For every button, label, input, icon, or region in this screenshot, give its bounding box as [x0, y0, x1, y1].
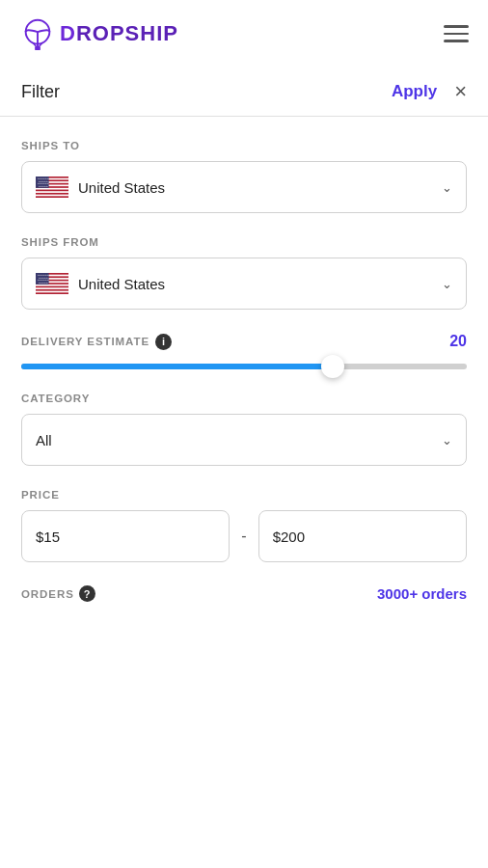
filter-title: Filter — [21, 82, 60, 102]
ships-from-value: United States — [78, 276, 442, 292]
delivery-label: DELIVERY ESTIMATE — [21, 336, 149, 347]
delivery-slider-fill — [21, 364, 333, 369]
hamburger-menu-button[interactable] — [444, 25, 469, 42]
us-flag-from-icon: ★★★★★★ ★★★★★ ★★★★★★ ★★★★★ — [36, 273, 68, 294]
filter-bar: Filter Apply × — [0, 68, 488, 117]
svg-rect-22 — [36, 287, 68, 289]
price-max-input[interactable] — [273, 529, 452, 545]
price-row: - — [21, 510, 467, 562]
ships-to-chevron-icon: ⌄ — [442, 180, 452, 195]
ships-to-select[interactable]: ★★★★★★ ★★★★★ ★★★★★★ ★★★★★ United States … — [21, 161, 467, 213]
orders-info-icon[interactable]: ? — [79, 585, 95, 602]
category-select[interactable]: All ⌄ — [21, 414, 467, 466]
orders-value: 3000+ orders — [377, 585, 467, 602]
category-value: All — [36, 432, 442, 448]
price-separator: - — [230, 528, 258, 545]
delivery-slider-thumb[interactable] — [321, 355, 344, 378]
us-flag-icon: ★★★★★★ ★★★★★ ★★★★★★ ★★★★★ — [36, 176, 68, 198]
delivery-slider-track — [21, 364, 467, 369]
svg-rect-11 — [36, 195, 68, 197]
svg-rect-9 — [36, 188, 68, 190]
svg-rect-23 — [36, 291, 68, 293]
price-min-wrap — [21, 510, 230, 562]
filter-content: SHIPS TO ★★★★★★ ★★★★★ ★★★★★★ ★★★★★ Unite… — [0, 117, 488, 625]
app-header: DROPSHIP — [0, 0, 488, 68]
ships-to-value: United States — [78, 179, 442, 196]
ships-from-chevron-icon: ⌄ — [442, 277, 452, 291]
svg-rect-21 — [36, 285, 68, 286]
price-section: PRICE - — [21, 489, 467, 562]
delivery-value: 20 — [449, 333, 467, 350]
price-min-input[interactable] — [36, 529, 215, 545]
ships-from-select[interactable]: ★★★★★★ ★★★★★ ★★★★★★ ★★★★★ United States … — [21, 258, 467, 310]
filter-actions: Apply × — [392, 81, 467, 102]
orders-row: ORDERS ? 3000+ orders — [21, 585, 467, 602]
orders-label: ORDERS — [21, 588, 74, 600]
orders-label-group: ORDERS ? — [21, 585, 95, 602]
ships-to-section: SHIPS TO ★★★★★★ ★★★★★ ★★★★★★ ★★★★★ Unite… — [21, 140, 467, 213]
ships-to-label: SHIPS TO — [21, 140, 467, 151]
category-section: CATEGORY All ⌄ — [21, 393, 467, 466]
svg-rect-4 — [35, 46, 41, 50]
ships-from-section: SHIPS FROM ★★★★★★ ★★★★★ ★★★★★★ ★★★★★ Uni… — [21, 236, 467, 310]
logo-text: DROPSHIP — [60, 21, 178, 46]
delivery-estimate-section: DELIVERY ESTIMATE i 20 — [21, 333, 467, 369]
price-label: PRICE — [21, 489, 467, 501]
category-label: CATEGORY — [21, 393, 467, 404]
close-button[interactable]: × — [454, 81, 467, 102]
price-max-wrap — [258, 510, 467, 562]
apply-button[interactable]: Apply — [392, 82, 437, 101]
ships-from-label: SHIPS FROM — [21, 236, 467, 248]
logo-icon — [19, 15, 56, 52]
delivery-info-icon[interactable]: i — [155, 334, 172, 350]
category-chevron-icon: ⌄ — [442, 433, 452, 448]
delivery-title-group: DELIVERY ESTIMATE i — [21, 334, 172, 350]
svg-rect-10 — [36, 191, 68, 193]
logo: DROPSHIP — [19, 15, 178, 52]
delivery-header: DELIVERY ESTIMATE i 20 — [21, 333, 467, 350]
